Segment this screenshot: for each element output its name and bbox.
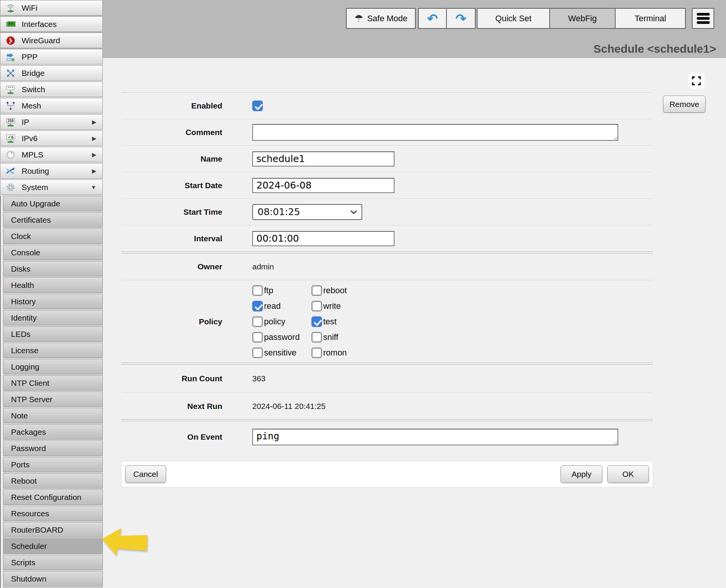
sidebar-subitem[interactable]: Password [3, 440, 103, 456]
sidebar-subitem[interactable]: Logging [3, 359, 103, 374]
sidebar-item[interactable]: 255 IP ▶ [0, 114, 103, 130]
ipv6-icon: 6 [5, 133, 16, 144]
sidebar-subitem[interactable]: Ports [3, 457, 103, 472]
interval-input[interactable] [252, 231, 394, 246]
on-event-input[interactable] [252, 429, 618, 445]
sidebar-subitem[interactable]: Scripts [3, 555, 103, 570]
sidebar-item-label: IPv6 [22, 134, 38, 143]
tab-webfig[interactable]: WebFig [549, 8, 616, 29]
policy-checkbox[interactable] [252, 347, 263, 358]
sidebar-item[interactable]: Interfaces [0, 16, 103, 32]
sidebar-subitem[interactable]: RouterBOARD [3, 522, 103, 538]
sidebar-subitem[interactable]: Clock [3, 228, 103, 244]
chevron-down-icon [350, 210, 357, 214]
ip-icon: 255 [5, 116, 16, 128]
switch-icon [5, 84, 16, 95]
policy-option-label: policy [264, 317, 285, 327]
sidebar-subitem-label: Logging [11, 362, 39, 371]
policy-checkbox[interactable] [252, 332, 263, 343]
sidebar-subitem-label: NTP Server [11, 395, 52, 404]
policy-option: ftp [252, 285, 311, 296]
policy-option: romon [311, 347, 347, 358]
sidebar-subitem[interactable]: Shutdown [3, 571, 103, 586]
tab-terminal[interactable]: Terminal [615, 8, 686, 29]
sidebar-item-label: Interfaces [22, 20, 57, 29]
wifi-icon [5, 2, 16, 14]
sidebar-item[interactable]: MPLS ▶ [0, 147, 103, 162]
policy-checkbox[interactable] [311, 332, 322, 343]
sidebar-subitem[interactable]: Packages [3, 424, 103, 440]
fullscreen-button[interactable] [688, 73, 704, 89]
undo-button[interactable]: ↶ [418, 8, 447, 29]
safe-mode-button[interactable]: ☂ Safe Mode [346, 8, 416, 29]
policy-option-label: romon [323, 348, 347, 358]
sidebar-item[interactable]: Mesh [0, 98, 103, 113]
sidebar-subitem[interactable]: Console [3, 245, 103, 260]
sidebar-item[interactable]: System ▼ [0, 179, 103, 195]
policy-checkbox[interactable] [311, 316, 322, 327]
policy-checkbox[interactable] [311, 301, 322, 311]
sidebar-subitem[interactable]: License [3, 343, 103, 358]
start-date-input[interactable] [252, 178, 394, 193]
mpls-icon [5, 149, 16, 160]
apply-button[interactable]: Apply [561, 465, 602, 483]
policy-checkbox[interactable] [252, 301, 263, 311]
sidebar-subitem[interactable]: LEDs [3, 326, 103, 342]
sidebar-subitem[interactable]: Scheduler [3, 538, 103, 554]
policy-checkbox[interactable] [252, 316, 263, 327]
policy-checkbox[interactable] [252, 285, 263, 296]
policy-option: write [311, 301, 347, 311]
sidebar-subitem[interactable]: Certificates [3, 212, 103, 228]
name-label: Name [121, 154, 222, 164]
ppp-icon [5, 51, 16, 63]
submenu-arrow-icon: ▶ [92, 151, 96, 158]
sidebar-subitem-label: NTP Client [11, 379, 49, 388]
sidebar-subitem[interactable]: Note [3, 408, 103, 423]
policy-option-label: sensitive [264, 348, 297, 358]
sidebar-subitem[interactable]: NTP Client [3, 375, 103, 391]
enabled-checkbox[interactable] [252, 101, 263, 111]
sidebar-subitem[interactable]: Health [3, 277, 103, 293]
policy-checkbox[interactable] [311, 285, 322, 296]
sidebar-subitem[interactable]: Identity [3, 310, 103, 325]
remove-button[interactable]: Remove [663, 96, 706, 113]
sidebar-subitem[interactable]: Disks [3, 261, 103, 277]
sidebar-item[interactable]: Routing ▶ [0, 163, 103, 179]
sidebar-subitem-label: History [11, 297, 36, 306]
sidebar-subitem[interactable]: Resources [3, 506, 103, 521]
sidebar-subitem[interactable]: History [3, 294, 103, 309]
sidebar-subitem-label: Packages [11, 428, 46, 437]
undo-icon: ↶ [427, 12, 438, 25]
run-count-value: 363 [252, 374, 266, 383]
sidebar-item[interactable]: PPP [0, 49, 103, 64]
policy-checkbox[interactable] [311, 347, 322, 358]
start-date-row: Start Date [121, 172, 653, 198]
sidebar-item[interactable]: WiFi [0, 0, 103, 16]
sidebar-subitem-label: Note [11, 411, 28, 420]
policy-option: password [252, 332, 311, 343]
sidebar-subitem[interactable]: Reboot [3, 473, 103, 489]
sidebar-subitem-label: Identity [11, 313, 37, 322]
sidebar-subitem[interactable]: NTP Server [3, 391, 103, 407]
comment-input[interactable] [252, 124, 618, 141]
sidebar-item[interactable]: Bridge [0, 65, 103, 81]
ok-button[interactable]: OK [607, 465, 649, 483]
tab-quick-set[interactable]: Quick Set [477, 8, 550, 29]
sidebar-subitem-label: Console [11, 248, 40, 257]
owner-label: Owner [121, 262, 222, 271]
sidebar-subitem[interactable]: Auto Upgrade [3, 196, 103, 211]
sidebar-item[interactable]: 6 IPv6 ▶ [0, 130, 103, 146]
sidebar-item[interactable]: WireGuard [0, 33, 103, 48]
sidebar-item[interactable]: Switch [0, 82, 103, 97]
start-time-select[interactable]: 08:01:25 [252, 204, 362, 220]
submenu-arrow-icon: ▶ [92, 168, 96, 175]
interval-label: Interval [121, 234, 222, 243]
sidebar-item-label: IP [22, 118, 29, 127]
cancel-button[interactable]: Cancel [125, 465, 166, 483]
sidebar-subitem[interactable]: Reset Configuration [3, 489, 103, 505]
sidebar-subitem-label: Reset Configuration [11, 493, 82, 502]
name-input[interactable] [252, 151, 394, 167]
next-run-value: 2024-06-11 20:41:25 [252, 402, 325, 411]
menu-button[interactable] [692, 8, 714, 29]
redo-button[interactable]: ↷ [446, 8, 476, 29]
